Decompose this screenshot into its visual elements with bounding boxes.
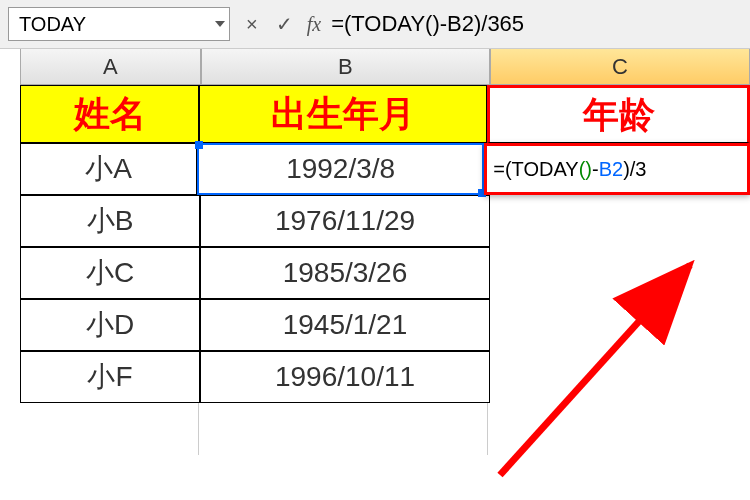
confirm-button[interactable]: ✓ bbox=[272, 10, 297, 38]
cell-name[interactable]: 小D bbox=[20, 299, 200, 351]
formula-text: )/3 bbox=[623, 158, 646, 181]
name-box[interactable]: TODAY bbox=[8, 7, 230, 41]
cell-b2-selected[interactable]: 1992/3/8 bbox=[197, 143, 484, 195]
cell-birthdate[interactable]: 1945/1/21 bbox=[200, 299, 490, 351]
cell-name[interactable]: 小F bbox=[20, 351, 200, 403]
formula-text: =(TODAY bbox=[493, 158, 578, 181]
column-header-a[interactable]: A bbox=[20, 49, 201, 84]
cell-birthdate[interactable]: 1976/11/29 bbox=[200, 195, 490, 247]
table-row: 小A 1992/3/8 =(TODAY()-B2)/3 bbox=[20, 143, 750, 195]
cell-empty[interactable] bbox=[490, 351, 748, 403]
name-box-value: TODAY bbox=[19, 13, 86, 36]
cell-empty[interactable] bbox=[490, 299, 748, 351]
cell-empty[interactable] bbox=[199, 403, 488, 455]
fx-icon[interactable]: fx bbox=[307, 13, 321, 36]
column-headers: A B C bbox=[20, 49, 750, 85]
table-row: 小D 1945/1/21 bbox=[20, 299, 750, 351]
cell-empty[interactable] bbox=[488, 403, 746, 455]
formula-cell-ref: B2 bbox=[599, 158, 623, 181]
cell-empty[interactable] bbox=[20, 403, 199, 455]
cell-empty[interactable] bbox=[490, 247, 748, 299]
cell-name[interactable]: 小C bbox=[20, 247, 200, 299]
cell-empty[interactable] bbox=[490, 195, 748, 247]
cancel-button[interactable]: × bbox=[242, 11, 262, 38]
cell-name[interactable]: 小A bbox=[20, 143, 197, 195]
cell-birthdate[interactable]: 1985/3/26 bbox=[200, 247, 490, 299]
table-row: 小B 1976/11/29 bbox=[20, 195, 750, 247]
formula-input[interactable]: =(TODAY()-B2)/365 bbox=[331, 11, 742, 37]
table-header-row: 姓名 出生年月 年龄 bbox=[20, 85, 750, 143]
formula-text: - bbox=[592, 158, 599, 181]
header-age[interactable]: 年龄 bbox=[487, 85, 750, 143]
cell-c2-editing[interactable]: =(TODAY()-B2)/3 bbox=[484, 143, 750, 195]
table-row: 小F 1996/10/11 bbox=[20, 351, 750, 403]
column-header-b[interactable]: B bbox=[201, 49, 491, 84]
table-row: 小C 1985/3/26 bbox=[20, 247, 750, 299]
table-row-empty bbox=[20, 403, 750, 455]
cell-birthdate[interactable]: 1996/10/11 bbox=[200, 351, 490, 403]
spreadsheet-grid: 姓名 出生年月 年龄 小A 1992/3/8 =(TODAY()-B2)/3 小… bbox=[20, 85, 750, 455]
cell-name[interactable]: 小B bbox=[20, 195, 200, 247]
formula-paren: () bbox=[579, 158, 592, 181]
formula-bar: TODAY × ✓ fx =(TODAY()-B2)/365 bbox=[0, 0, 750, 49]
column-header-c[interactable]: C bbox=[490, 49, 750, 84]
formula-controls: × ✓ fx bbox=[242, 10, 321, 38]
header-name[interactable]: 姓名 bbox=[20, 85, 199, 143]
header-birthdate[interactable]: 出生年月 bbox=[199, 85, 487, 143]
selection-handle-icon bbox=[195, 141, 203, 149]
name-box-dropdown-icon[interactable] bbox=[215, 21, 225, 27]
